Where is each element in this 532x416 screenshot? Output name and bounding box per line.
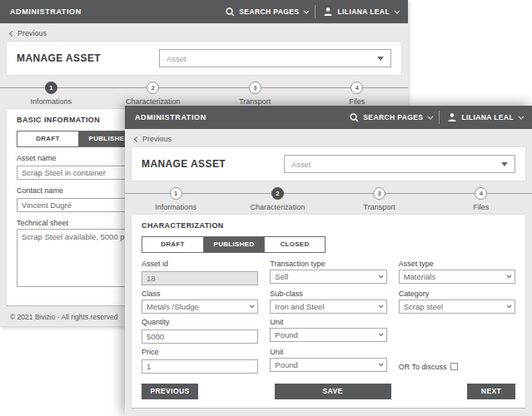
category-select[interactable]: Scrap steel	[399, 300, 515, 314]
price-unit-select[interactable]: Pound	[270, 358, 386, 372]
price-unit-field-group: Unit Pound	[270, 348, 386, 374]
user-menu[interactable]: LILIANA LEAL	[323, 7, 398, 17]
category-value: Scrap steel	[404, 302, 444, 311]
user-menu[interactable]: LILIANA LEAL	[447, 112, 522, 122]
step-characterization[interactable]: 2 Characterization	[102, 82, 205, 106]
sub-class-select[interactable]: Iron and Steel	[270, 300, 386, 314]
or-to-discuss-checkbox[interactable]	[450, 363, 458, 370]
window-body: Previous MANAGE ASSET Asset 1 Informatio…	[125, 129, 532, 416]
wizard-buttons-row: PREVIOUS SAVE NEXT	[142, 384, 515, 399]
step-label: Files	[473, 203, 489, 211]
tab-published[interactable]: PUBLISHED	[203, 237, 264, 252]
asset-type-select[interactable]: Materials	[399, 270, 515, 284]
quantity-unit-field-group: Unit Pound	[270, 318, 386, 344]
step-files[interactable]: 4 Files	[430, 187, 532, 211]
transaction-type-value: Sell	[275, 272, 288, 281]
step-label: Transport	[239, 97, 271, 106]
tab-draft[interactable]: DRAFT	[17, 131, 78, 146]
chevron-down-icon	[304, 7, 310, 13]
price-field-group: Price	[142, 348, 258, 374]
step-files[interactable]: 4 Files	[306, 82, 409, 106]
step-label: Characterization	[251, 203, 306, 211]
sub-class-value: Iron and Steel	[275, 302, 324, 311]
step-number-badge: 1	[45, 82, 57, 94]
section-title: CHARACTERIZATION	[142, 221, 515, 230]
step-number-badge: 2	[271, 187, 284, 200]
quantity-unit-label: Unit	[270, 318, 386, 326]
window-manage-asset-characterization: ADMINISTRATION SEARCH PAGES LILIANA LEAL…	[125, 106, 532, 416]
asset-dropdown[interactable]: Asset	[284, 155, 515, 173]
asset-dropdown-placeholder: Asset	[167, 54, 186, 63]
user-icon	[447, 112, 457, 122]
page-title: MANAGE ASSET	[17, 52, 101, 64]
or-to-discuss-label: OR To discuss	[399, 363, 447, 371]
wizard-stepper: 1 Informations 2 Characterization 3 Tran…	[125, 181, 532, 215]
step-number-badge: 4	[351, 82, 363, 94]
chevron-down-icon	[394, 7, 400, 13]
step-informations[interactable]: 1 Informations	[125, 187, 226, 211]
characterization-card: CHARACTERIZATION DRAFT PUBLISHED CLOSED …	[132, 215, 525, 408]
sub-class-label: Sub-class	[270, 290, 386, 298]
status-tabs: DRAFT PUBLISHED CLOSED	[142, 236, 326, 253]
search-icon	[350, 113, 359, 122]
asset-dropdown[interactable]: Asset	[159, 49, 391, 67]
chevron-down-icon	[250, 303, 255, 308]
class-label: Class	[142, 290, 258, 298]
class-select[interactable]: Metals /Sludge	[142, 300, 258, 314]
asset-dropdown-placeholder: Asset	[291, 160, 311, 169]
step-label: Informations	[155, 203, 196, 211]
quantity-unit-select[interactable]: Pound	[270, 328, 386, 342]
tab-closed[interactable]: CLOSED	[264, 237, 325, 252]
transaction-type-label: Transaction type	[270, 260, 386, 268]
search-pages-label: SEARCH PAGES	[363, 113, 423, 121]
user-name-label: LILIANA LEAL	[337, 7, 390, 16]
copyright-text: © 2021 Bivizio - All rights reserved	[10, 313, 118, 321]
step-transport[interactable]: 3 Transport	[329, 187, 430, 211]
breadcrumb-label: Previous	[142, 135, 172, 143]
previous-button[interactable]: PREVIOUS	[142, 384, 198, 399]
save-button[interactable]: SAVE	[275, 384, 391, 399]
chevron-left-icon	[9, 30, 15, 36]
transaction-type-field-group: Transaction type Sell	[270, 260, 386, 285]
topbar-right: SEARCH PAGES LILIANA LEAL	[350, 111, 522, 124]
class-field-group: Class Metals /Sludge	[142, 290, 258, 314]
transaction-type-select[interactable]: Sell	[270, 270, 386, 284]
step-informations[interactable]: 1 Informations	[0, 82, 102, 106]
step-characterization[interactable]: 2 Characterization	[226, 187, 328, 211]
asset-id-label: Asset id	[142, 260, 258, 268]
search-pages-menu[interactable]: SEARCH PAGES	[350, 113, 431, 122]
chevron-down-icon	[379, 361, 384, 366]
quantity-unit-value: Pound	[275, 330, 297, 339]
quantity-label: Quantity	[142, 318, 258, 326]
step-number-badge: 3	[373, 187, 385, 200]
price-input[interactable]	[142, 359, 258, 374]
step-number-badge: 1	[170, 187, 182, 200]
window-footer: © 2021 Bivizio - All rights reserved Pow…	[125, 408, 532, 416]
app-title: ADMINISTRATION	[135, 113, 206, 121]
search-pages-menu[interactable]: SEARCH PAGES	[226, 7, 307, 17]
dropdown-arrow-icon	[501, 162, 508, 166]
asset-id-input	[142, 271, 258, 285]
search-pages-label: SEARCH PAGES	[239, 7, 299, 16]
chevron-down-icon	[379, 273, 384, 278]
manage-asset-header-card: MANAGE ASSET Asset	[132, 147, 525, 181]
app-title: ADMINISTRATION	[10, 7, 82, 16]
breadcrumb-previous-link[interactable]: Previous	[0, 23, 408, 42]
chevron-down-icon	[379, 303, 384, 308]
chevron-left-icon	[134, 136, 140, 141]
topbar-divider	[315, 5, 316, 18]
quantity-input[interactable]	[142, 329, 258, 344]
chevron-down-icon	[379, 331, 384, 336]
step-number-badge: 2	[147, 82, 159, 94]
wizard-stepper: 1 Informations 2 Characterization 3 Tran…	[0, 75, 408, 109]
next-button[interactable]: NEXT	[467, 384, 515, 399]
chevron-down-icon	[507, 273, 512, 278]
breadcrumb-label: Previous	[17, 29, 47, 37]
chevron-down-icon	[428, 113, 434, 119]
step-transport[interactable]: 3 Transport	[204, 82, 306, 106]
or-to-discuss-group: OR To discuss	[399, 348, 515, 374]
chevron-down-icon	[507, 303, 512, 308]
tab-draft[interactable]: DRAFT	[142, 237, 203, 252]
asset-type-value: Materials	[404, 272, 436, 281]
breadcrumb-previous-link[interactable]: Previous	[125, 129, 532, 147]
